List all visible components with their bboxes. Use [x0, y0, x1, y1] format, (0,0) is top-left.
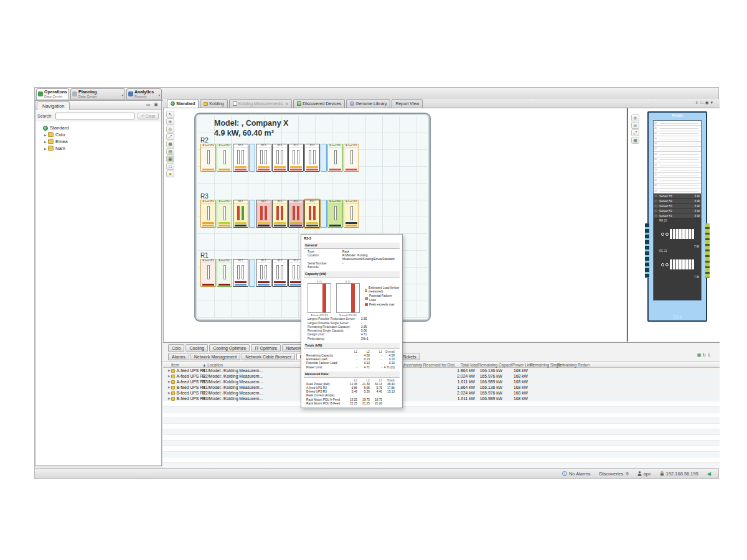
editor-tab-genome-library[interactable]: Genome Library: [346, 99, 390, 108]
rack-r2-5[interactable]: R2-5: [304, 144, 320, 172]
table-row[interactable]: ▶B-feed UPS R1R1/Model: /Kolding Measure…: [163, 385, 720, 390]
blade-chassis[interactable]: [654, 223, 701, 245]
bottom-tab-network-management[interactable]: Network Management: [190, 353, 240, 360]
rack-a-feed-pdu[interactable]: A-feed PDU: [217, 259, 232, 287]
bottom-tab-cooling[interactable]: Cooling: [186, 344, 208, 352]
rack-a-feed-pdu[interactable]: A-feed PDU: [217, 144, 232, 172]
export-icon[interactable]: ⇩: [695, 100, 700, 105]
tab-navigation[interactable]: Navigation: [37, 101, 70, 110]
rack-b-feed-ups[interactable]: B-feed UPS: [344, 200, 359, 228]
rack-a-feed-pdu[interactable]: A-feed PDU: [217, 200, 232, 228]
tree-item-colo[interactable]: ▶Colo: [38, 131, 156, 138]
column-header-item[interactable]: Item: [171, 363, 179, 367]
status-discoveries[interactable]: Discoveries: 9: [599, 471, 629, 477]
perspective-tab-operations[interactable]: OperationsData Center: [36, 88, 69, 100]
tree-item-emea[interactable]: ▶Emea: [38, 138, 156, 145]
fit-icon[interactable]: ⤢: [166, 133, 174, 140]
bottom-tab-cooling-optimize[interactable]: Cooling Optimize: [209, 344, 250, 352]
rack-cooling[interactable]: [249, 144, 255, 172]
grid-icon[interactable]: ▦: [631, 137, 639, 144]
highlight-icon[interactable]: ■: [166, 170, 174, 177]
layer-icon[interactable]: ▣: [166, 156, 174, 162]
column-header-total-load[interactable]: Total load: [461, 363, 478, 367]
tree-item-root[interactable]: Standard: [38, 124, 156, 131]
rack-a-feed-ups[interactable]: A-feed UPS: [200, 200, 216, 228]
rack-r2-3[interactable]: R2-3: [272, 144, 288, 172]
zoom-out-icon[interactable]: ⊖: [631, 122, 639, 129]
rack-unit-server[interactable]: 27Server 543 W: [654, 198, 701, 203]
rack-r3-1[interactable]: R3-1: [233, 200, 248, 228]
editor-tab-kolding-measurements[interactable]: Kolding Measurements✕: [229, 99, 293, 108]
fit-icon[interactable]: ⤢: [631, 129, 639, 136]
rack-cooling[interactable]: [249, 259, 255, 287]
table-row[interactable]: ▶A-feed UPS R1R1/Model: /Kolding Measure…: [163, 368, 720, 373]
rack-r3-3[interactable]: R3-3: [272, 200, 288, 228]
panel-window-icons[interactable]: ▭ ▣: [146, 102, 159, 107]
table-row[interactable]: ▶A-feed UPS R2R2/Model: /Kolding Measure…: [163, 373, 720, 379]
tree-item-nam[interactable]: ▶Nam: [38, 145, 156, 152]
expand-arrow-icon[interactable]: ▶: [168, 375, 170, 378]
rack-r2-2[interactable]: R2-2: [256, 144, 271, 172]
refresh-icon[interactable]: ↻: [702, 353, 707, 357]
editor-tab-discovered-devices[interactable]: Discovered Devices: [293, 99, 345, 108]
menu-down-icon[interactable]: ▾: [710, 100, 715, 105]
page-icon[interactable]: □: [166, 163, 174, 170]
clear-button[interactable]: ↶ Clear: [138, 113, 159, 119]
grid-green-icon[interactable]: ▦: [697, 353, 703, 357]
rack-r1-1[interactable]: R1-1: [233, 259, 248, 287]
blade-chassis[interactable]: [654, 253, 701, 276]
column-header--location[interactable]: ▲ Location: [202, 363, 223, 367]
bottom-tab-colo[interactable]: Colo: [168, 344, 184, 352]
grid-icon[interactable]: ▦: [166, 141, 174, 147]
export-icon[interactable]: ⇩: [707, 353, 712, 357]
rack-unit-server[interactable]: 24Server 513 W: [654, 213, 701, 218]
status-expand-arrow[interactable]: ◀: [707, 471, 711, 477]
rack-b-feed-pdu[interactable]: B-feed PDU: [327, 144, 343, 172]
rack-r1-2[interactable]: R1-2: [256, 259, 271, 287]
rack-b-feed-pdu[interactable]: B-feed PDU: [327, 200, 343, 228]
rack-r2-1[interactable]: R2-1: [233, 144, 248, 172]
editor-tab-standard[interactable]: Standard: [167, 99, 199, 108]
column-header-remaining-capacit[interactable]: Remaining Capacit: [478, 363, 512, 367]
rack-cooling[interactable]: [321, 200, 327, 228]
column-header-remaining-redun[interactable]: Remaining Redun: [557, 363, 590, 367]
table-row[interactable]: ▶B-feed UPS R3R3/Model: /Kolding Measure…: [163, 396, 720, 401]
search-input[interactable]: [55, 113, 135, 119]
rack-a-feed-ups[interactable]: A-feed UPS: [200, 144, 216, 172]
status-host[interactable]: 192.168.56.195: [660, 471, 698, 477]
rack-cooling[interactable]: [249, 200, 255, 228]
rack-r3-5[interactable]: R3-5: [304, 200, 320, 228]
close-icon[interactable]: ✕: [285, 101, 288, 106]
rack-elevation-frame[interactable]: Front 424140393837363534333231302928Serv…: [647, 111, 707, 322]
rack-unit-server[interactable]: 26Server 533 W: [654, 203, 701, 208]
expand-arrow-icon[interactable]: ▶: [168, 380, 170, 383]
rack-b-feed-ups[interactable]: B-feed UPS: [344, 144, 359, 172]
bottom-tab-alarms[interactable]: Alarms: [168, 353, 189, 360]
bottom-tab-it-optimize[interactable]: IT Optimize: [251, 344, 281, 352]
editor-tab-kolding[interactable]: Kolding: [200, 99, 227, 108]
rack-cooling[interactable]: [321, 144, 327, 172]
expand-arrow-icon[interactable]: ▶: [168, 391, 170, 394]
perspective-tab-planning[interactable]: PlanningData Center▾: [70, 88, 125, 100]
expand-arrow-icon[interactable]: ▶: [168, 369, 170, 372]
status-alarms[interactable]: iNo Alarms: [562, 471, 591, 477]
expand-arrow-icon[interactable]: ▶: [168, 397, 170, 400]
table-row[interactable]: ▶B-feed UPS R2R2/Model: /Kolding Measure…: [163, 390, 720, 396]
zoom-in-icon[interactable]: ⊕: [166, 118, 174, 125]
select-icon[interactable]: ↖: [166, 111, 174, 118]
rack-a-feed-ups[interactable]: A-feed UPS: [200, 259, 216, 287]
zoom-in-icon[interactable]: ⊕: [631, 114, 639, 121]
rack-unit-server[interactable]: 28Server 553 W: [654, 194, 701, 198]
rack-r3-4[interactable]: R3-4: [288, 200, 304, 228]
zoom-out-icon[interactable]: ⊖: [166, 126, 174, 133]
table-row[interactable]: ▶A-feed UPS R3R3/Model: /Kolding Measure…: [163, 379, 720, 385]
bottom-tab-network-cable-browser[interactable]: Network Cable Browser: [242, 353, 295, 360]
rack-r1-3[interactable]: R1-3: [272, 259, 288, 287]
perspective-tab-analytics[interactable]: AnalyticsReports▾: [126, 88, 162, 100]
rack-r3-2[interactable]: R3-2: [256, 200, 271, 228]
table-icon[interactable]: ▤: [166, 148, 174, 155]
editor-tab-report-view[interactable]: Report View: [392, 99, 423, 108]
rack-r2-4[interactable]: R2-4: [288, 144, 304, 172]
rack-unit-server[interactable]: 25Server 523 W: [654, 208, 701, 213]
status-user[interactable]: apc: [637, 471, 651, 477]
